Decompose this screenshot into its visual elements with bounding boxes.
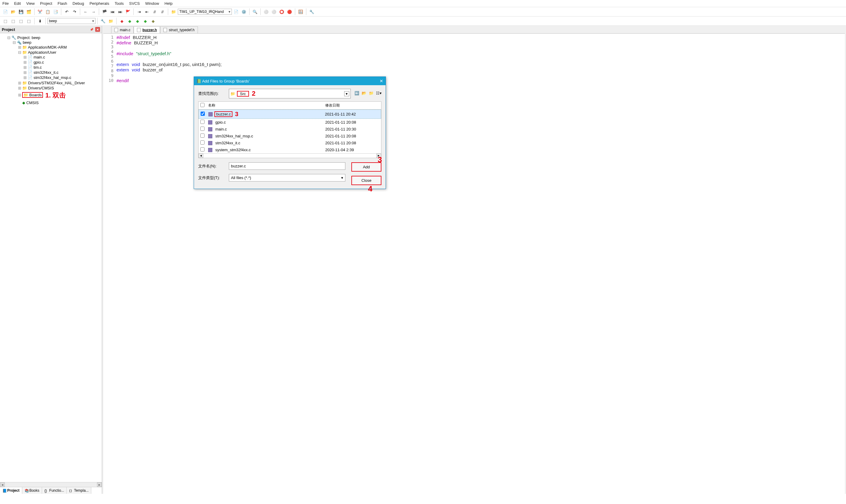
close-button[interactable]: Close: [351, 176, 381, 185]
file-stm32f4xx_hal_msp.c[interactable]: stm32f4xx_hal_msp.c: [34, 75, 71, 80]
config-icon[interactable]: ⚙️: [240, 8, 247, 15]
select-all-checkbox[interactable]: [200, 103, 205, 107]
look-in-combo[interactable]: 📁 Src 2 ▾: [229, 89, 351, 98]
saveall-icon[interactable]: 🗂️: [25, 8, 32, 15]
back-icon[interactable]: ←: [82, 8, 89, 15]
close-panel-icon[interactable]: ✕: [95, 27, 100, 32]
menu-edit[interactable]: Edit: [14, 1, 21, 6]
uncomment-icon[interactable]: //: [159, 8, 166, 15]
dialog-close-icon[interactable]: ✕: [380, 78, 383, 84]
file-checkbox-3[interactable]: [200, 133, 205, 138]
file-row-2[interactable]: main.c 2021-01-11 20:30: [198, 126, 381, 132]
file-list[interactable]: 名称 修改日期 buzzer.c3 2021-01-11 20:42 gpio.…: [198, 102, 381, 158]
col-date[interactable]: 修改日期: [325, 103, 379, 108]
file-checkbox-1[interactable]: [200, 120, 205, 124]
menu-debug[interactable]: Debug: [73, 1, 84, 6]
options-icon[interactable]: 🔧: [99, 17, 107, 24]
menu-help[interactable]: Help: [165, 1, 173, 6]
block4-icon[interactable]: ◆: [142, 17, 149, 24]
new-icon[interactable]: 📄: [2, 8, 9, 15]
bottom-tab-1[interactable]: 📚Books: [22, 487, 42, 494]
file-row-3[interactable]: stm32f4xx_hal_msp.c 2021-01-11 20:08: [198, 132, 381, 140]
indent-icon[interactable]: ⇥: [135, 8, 143, 15]
stop-build-icon[interactable]: ⬚: [25, 17, 32, 24]
menu-flash[interactable]: Flash: [58, 1, 67, 6]
copy-icon[interactable]: 📋: [44, 8, 51, 15]
window-icon[interactable]: 🪟: [297, 8, 304, 15]
breakpoint-kill-icon[interactable]: 🔴: [286, 8, 293, 15]
col-name[interactable]: 名称: [208, 103, 325, 108]
menu-project[interactable]: Project: [40, 1, 52, 6]
file-tim.c[interactable]: tim.c: [34, 65, 42, 70]
project-root[interactable]: Project: beep: [17, 35, 40, 40]
menu-svcs[interactable]: SVCS: [129, 1, 140, 6]
menu-file[interactable]: File: [2, 1, 9, 6]
block2-icon[interactable]: ◆: [126, 17, 133, 24]
bookmark-icon[interactable]: 🏴: [101, 8, 108, 15]
block3-icon[interactable]: ◆: [134, 17, 141, 24]
new-folder-icon[interactable]: 📁: [369, 91, 374, 96]
comment-icon[interactable]: //: [151, 8, 158, 15]
project-tree[interactable]: ⊟🔧 Project: beep ⊟🔩 beep ⊞📁 Application/…: [0, 33, 102, 482]
save-icon[interactable]: 💾: [17, 8, 24, 15]
file-row-0[interactable]: buzzer.c3 2021-01-11 20:42: [198, 109, 381, 119]
download-icon[interactable]: ⬇: [36, 17, 44, 24]
chevron-down-icon[interactable]: ▾: [344, 91, 349, 96]
open-icon[interactable]: 📂: [10, 8, 17, 15]
back-folder-icon[interactable]: ⬅️: [355, 91, 360, 96]
bottom-tab-3[interactable]: ⟨⟩Templa...: [67, 487, 91, 494]
debug-icon[interactable]: 🔍: [252, 8, 259, 15]
group-2[interactable]: 📁 Drivers/STM32F4xx_HAL_Driver: [22, 81, 85, 85]
group-0[interactable]: 📁 Application/MDK-ARM: [22, 45, 67, 50]
file-row-1[interactable]: gpio.c 2021-01-11 20:08: [198, 119, 381, 126]
file-stm32f4xx_it.c[interactable]: stm32f4xx_it.c: [34, 70, 58, 75]
bookmark-clear-icon[interactable]: 🚩: [124, 8, 132, 15]
block5-icon[interactable]: ◆: [150, 17, 157, 24]
bottom-tab-2[interactable]: {}Functio...: [42, 487, 67, 494]
dialog-titlebar[interactable]: 📗 Add Files to Group 'Boards' ✕: [194, 77, 385, 85]
batch-icon[interactable]: ⬚: [17, 17, 24, 24]
menu-window[interactable]: Window: [145, 1, 159, 6]
add-button[interactable]: Add: [351, 162, 381, 172]
paste-icon[interactable]: 📑: [52, 8, 59, 15]
manage-icon[interactable]: 📁: [107, 17, 115, 24]
menu-peripherals[interactable]: Peripherals: [89, 1, 109, 6]
breakpoint2-icon[interactable]: ⚪: [270, 8, 277, 15]
up-folder-icon[interactable]: 📂: [362, 91, 367, 96]
breakpoint-icon[interactable]: ⚪: [262, 8, 270, 15]
file-row-5[interactable]: system_stm32f4xx.c 2020-11-04 2:39: [198, 146, 381, 153]
find-combo[interactable]: TIM1_UP_TIM10_IRQHand: [178, 9, 232, 15]
forward-icon[interactable]: →: [90, 8, 97, 15]
file-checkbox-2[interactable]: [200, 127, 205, 131]
bookmark-next-icon[interactable]: ⏭: [117, 8, 124, 15]
view-menu-icon[interactable]: ☷▾: [376, 91, 381, 96]
wrench-icon[interactable]: 🔧: [308, 8, 315, 15]
target-node[interactable]: beep: [23, 40, 32, 45]
menu-view[interactable]: View: [26, 1, 35, 6]
tab-main.c[interactable]: main.c: [111, 26, 134, 33]
folder-icon[interactable]: 📁: [170, 8, 177, 15]
file-checkbox-5[interactable]: [200, 147, 205, 151]
bookmark-prev-icon[interactable]: ⏮: [109, 8, 116, 15]
menu-tools[interactable]: Tools: [115, 1, 124, 6]
tab-struct_typedef.h[interactable]: struct_typedef.h: [160, 26, 197, 33]
undo-icon[interactable]: ↶: [63, 8, 70, 15]
group-5[interactable]: ◆ CMSIS: [22, 101, 39, 105]
pin-icon[interactable]: 📌: [89, 27, 94, 32]
tab-buzzer.h[interactable]: buzzer.h: [134, 26, 160, 33]
target-combo[interactable]: beep: [48, 18, 96, 24]
breakpoint-disable-icon[interactable]: ⭕: [278, 8, 285, 15]
redo-icon[interactable]: ↷: [71, 8, 78, 15]
build-icon[interactable]: ⬚: [2, 17, 9, 24]
file-checkbox-4[interactable]: [200, 140, 205, 145]
group-4[interactable]: 📁 Boards1. 双击: [22, 93, 66, 97]
file-row-4[interactable]: stm32f4xx_it.c 2021-01-11 20:08: [198, 140, 381, 146]
group-1[interactable]: 📁 Application/User: [22, 50, 56, 55]
block1-icon[interactable]: ◆: [118, 17, 125, 24]
bottom-tab-0[interactable]: 📘Project: [0, 487, 22, 494]
sidebar-hscroll[interactable]: ◄►: [0, 482, 102, 487]
file-gpio.c[interactable]: gpio.c: [34, 60, 44, 65]
rebuild-icon[interactable]: ⬚: [10, 17, 17, 24]
cut-icon[interactable]: ✂️: [36, 8, 44, 15]
file-checkbox-0[interactable]: [201, 112, 205, 116]
